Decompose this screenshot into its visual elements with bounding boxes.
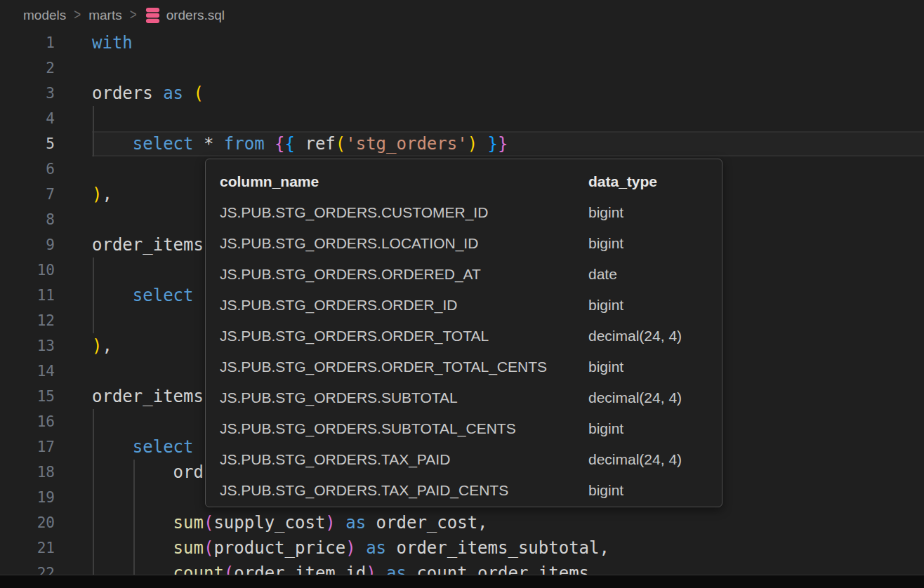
code-text: select [92, 434, 194, 460]
breadcrumb-file[interactable]: orders.sql [145, 7, 225, 24]
indent-guide [93, 258, 94, 283]
line-number[interactable]: 7 [0, 182, 55, 207]
code-text: with [92, 30, 133, 55]
hover-row-data-type: decimal(24, 4) [588, 321, 712, 352]
line-number[interactable]: 13 [0, 333, 55, 359]
hover-row-column-name: JS.PUB.STG_ORDERS.ORDER_TOTAL [220, 321, 588, 352]
code-line-2[interactable]: 2 [0, 55, 924, 81]
breadcrumb-separator: > [74, 7, 81, 25]
line-number[interactable]: 2 [0, 55, 55, 81]
code-text: ord [92, 460, 204, 485]
hover-table-header-data-type: data_type [588, 166, 712, 197]
breadcrumb-item-models[interactable]: models [23, 8, 66, 23]
code-text: order_items [92, 232, 204, 258]
code-text: sum(product_price) as order_items_subtot… [92, 535, 609, 561]
code-text: sum(supply_cost) as order_cost, [92, 510, 488, 535]
line-number[interactable]: 4 [0, 106, 55, 131]
indent-guide [93, 308, 94, 333]
code-line-3[interactable]: 3orders as ( [0, 81, 924, 106]
editor-window: models > marts > orders.sql 1with23order… [0, 0, 924, 588]
line-number[interactable]: 10 [0, 258, 55, 283]
line-number[interactable]: 15 [0, 384, 55, 409]
hover-row-data-type: bigint [588, 352, 712, 382]
line-number[interactable]: 14 [0, 359, 55, 384]
hover-row-column-name: JS.PUB.STG_ORDERS.SUBTOTAL_CENTS [220, 413, 588, 444]
line-number[interactable]: 5 [0, 131, 55, 156]
line-number[interactable]: 12 [0, 308, 55, 333]
code-line-21[interactable]: 21 sum(product_price) as order_items_sub… [0, 535, 924, 561]
code-line-20[interactable]: 20 sum(supply_cost) as order_cost, [0, 510, 924, 535]
hover-row-data-type: bigint [588, 290, 712, 321]
hover-row-column-name: JS.PUB.STG_ORDERS.ORDER_ID [220, 290, 588, 321]
database-icon [145, 7, 161, 24]
hover-row-column-name: JS.PUB.STG_ORDERS.CUSTOMER_ID [220, 197, 588, 228]
hover-row-column-name: JS.PUB.STG_ORDERS.SUBTOTAL [220, 382, 588, 413]
breadcrumb-item-marts[interactable]: marts [88, 8, 122, 23]
code-text: orders as ( [92, 81, 204, 106]
hover-row-data-type: date [588, 259, 712, 290]
breadcrumb: models > marts > orders.sql [23, 0, 225, 31]
hover-row-column-name: JS.PUB.STG_ORDERS.ORDERED_AT [220, 259, 588, 290]
hover-table: column_name data_type JS.PUB.STG_ORDERS.… [206, 159, 722, 506]
line-number[interactable]: 6 [0, 156, 55, 182]
code-text: select * from {{ ref('stg_orders') }} [92, 131, 508, 156]
code-text: ), [92, 333, 112, 359]
hover-table-header-column-name: column_name [220, 166, 588, 197]
code-text: select [92, 283, 194, 308]
line-number[interactable]: 18 [0, 460, 55, 485]
hover-row-column-name: JS.PUB.STG_ORDERS.ORDER_TOTAL_CENTS [220, 352, 588, 382]
indent-guide [133, 485, 135, 510]
hover-row-data-type: decimal(24, 4) [588, 382, 712, 413]
indent-guide [93, 106, 94, 131]
hover-row-data-type: bigint [588, 228, 712, 259]
hover-row-data-type: bigint [588, 413, 712, 444]
line-number[interactable]: 8 [0, 207, 55, 232]
hover-row-column-name: JS.PUB.STG_ORDERS.LOCATION_ID [220, 228, 588, 259]
breadcrumb-file-name: orders.sql [166, 8, 225, 23]
line-number[interactable]: 20 [0, 510, 55, 535]
indent-guide [93, 409, 94, 434]
code-line-1[interactable]: 1with [0, 30, 924, 55]
line-number[interactable]: 9 [0, 232, 55, 258]
line-number[interactable]: 17 [0, 434, 55, 460]
line-number[interactable]: 21 [0, 535, 55, 561]
window-bottom-edge [0, 575, 924, 588]
line-number[interactable]: 3 [0, 81, 55, 106]
hover-row-data-type: decimal(24, 4) [588, 444, 712, 475]
line-number[interactable]: 1 [0, 30, 55, 55]
line-number[interactable]: 19 [0, 485, 55, 510]
code-line-5[interactable]: 5 select * from {{ ref('stg_orders') }} [0, 131, 924, 156]
line-number[interactable]: 16 [0, 409, 55, 434]
breadcrumb-separator: > [130, 7, 137, 25]
line-number[interactable]: 11 [0, 283, 55, 308]
hover-row-data-type: bigint [588, 197, 712, 228]
hover-row-data-type: bigint [588, 475, 712, 506]
hover-row-column-name: JS.PUB.STG_ORDERS.TAX_PAID_CENTS [220, 475, 588, 506]
hover-row-column-name: JS.PUB.STG_ORDERS.TAX_PAID [220, 444, 588, 475]
indent-guide [93, 485, 94, 510]
code-line-4[interactable]: 4 [0, 106, 924, 131]
code-text: order_items [92, 384, 204, 409]
code-text: ), [92, 182, 112, 207]
hover-popup: column_name data_type JS.PUB.STG_ORDERS.… [205, 159, 722, 507]
